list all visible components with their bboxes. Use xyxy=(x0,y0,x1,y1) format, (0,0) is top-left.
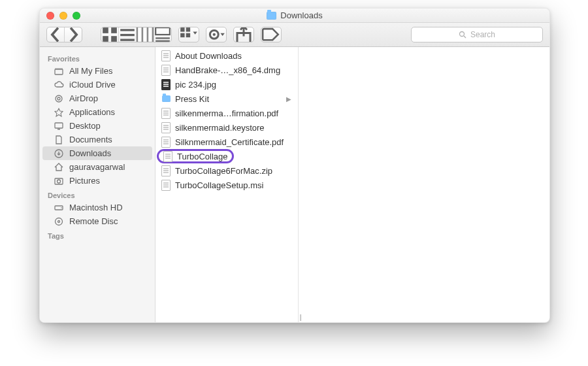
svg-rect-12 xyxy=(155,41,170,42)
sidebar-item-label: Desktop xyxy=(69,121,101,131)
file-row[interactable]: TurboCollage6ForMac.zip xyxy=(155,163,298,178)
svg-rect-11 xyxy=(155,37,170,39)
sidebar-item-label: All My Files xyxy=(69,66,112,76)
search-icon xyxy=(459,31,466,39)
sidebar-item-label: Macintosh HD xyxy=(69,203,123,212)
sidebar-item-macintosh-hd[interactable]: Macintosh HD xyxy=(42,201,152,214)
file-row[interactable]: silkenmermaid.keystore xyxy=(155,120,298,135)
pdf-icon xyxy=(161,108,171,118)
svg-point-32 xyxy=(61,207,62,208)
svg-point-25 xyxy=(57,97,60,100)
sidebar-item-label: iCloud Drive xyxy=(69,80,116,90)
application-icon xyxy=(163,151,173,161)
svg-point-18 xyxy=(213,33,216,36)
sidebar-item-icloud-drive[interactable]: iCloud Drive xyxy=(42,78,152,92)
svg-rect-3 xyxy=(111,36,117,42)
svg-rect-15 xyxy=(180,33,184,37)
action-menu[interactable] xyxy=(206,27,227,42)
column-resize-handle[interactable]: || xyxy=(299,313,301,321)
file-row[interactable]: Press Kit ▶ xyxy=(155,92,298,106)
view-icon-mode[interactable] xyxy=(101,27,118,42)
sidebar-item-all-my-files[interactable]: All My Files xyxy=(42,64,152,78)
sidebar-item-remote-disc[interactable]: Remote Disc xyxy=(42,214,152,228)
sidebar-item-documents[interactable]: Documents xyxy=(42,133,152,146)
applications-icon xyxy=(53,108,64,117)
view-coverflow-mode[interactable] xyxy=(154,27,171,42)
file-row[interactable]: TurboCollageSetup.msi xyxy=(155,178,298,192)
svg-rect-5 xyxy=(120,34,135,36)
sidebar-item-label: Pictures xyxy=(69,176,100,186)
sidebar-header-favorites: Favorites xyxy=(40,51,155,64)
sidebar-item-desktop[interactable]: Desktop xyxy=(42,119,152,133)
sidebar-header-tags: Tags xyxy=(40,228,155,241)
view-column-mode[interactable] xyxy=(136,27,154,42)
search-field[interactable]: Search xyxy=(411,27,543,42)
file-row[interactable]: pic 234.jpg xyxy=(155,77,298,92)
window-title-text: Downloads xyxy=(280,10,322,20)
file-label: pic 234.jpg xyxy=(175,80,216,90)
nav-back-forward xyxy=(46,27,82,42)
sidebar-item-label: AirDrop xyxy=(69,93,98,103)
close-button[interactable] xyxy=(46,12,54,20)
sidebar-item-label: Applications xyxy=(69,107,115,117)
downloads-icon xyxy=(53,149,64,158)
svg-rect-8 xyxy=(143,27,146,42)
share-icon xyxy=(234,27,253,42)
document-icon xyxy=(161,50,171,61)
fullscreen-button[interactable] xyxy=(73,12,80,20)
home-icon xyxy=(53,163,64,172)
view-mode-segment xyxy=(101,27,172,42)
tags-button[interactable] xyxy=(261,27,282,42)
minimize-button[interactable] xyxy=(59,12,67,20)
svg-point-20 xyxy=(459,32,464,37)
svg-line-21 xyxy=(464,36,466,38)
sidebar-item-pictures[interactable]: Pictures xyxy=(42,174,152,188)
svg-rect-4 xyxy=(120,29,135,31)
view-list-mode[interactable] xyxy=(118,27,136,42)
search-placeholder: Search xyxy=(470,30,495,39)
keystore-icon xyxy=(161,122,171,133)
sidebar-item-downloads[interactable]: Downloads xyxy=(42,146,152,160)
traffic-lights xyxy=(40,12,80,20)
icloud-drive-icon xyxy=(53,80,64,90)
file-row[interactable]: HandBrake-…_x86_64.dmg xyxy=(155,63,298,77)
titlebar: Downloads xyxy=(40,8,549,23)
file-label: silkenmerma…firmation.pdf xyxy=(175,108,278,118)
sidebar-header-devices: Devices xyxy=(40,188,155,201)
arrange-menu[interactable] xyxy=(178,27,199,42)
share-button[interactable] xyxy=(233,27,254,42)
svg-rect-26 xyxy=(55,123,63,128)
svg-rect-13 xyxy=(180,27,184,31)
svg-point-33 xyxy=(55,218,62,225)
back-button[interactable] xyxy=(47,27,64,42)
file-row[interactable]: silkenmerma…firmation.pdf xyxy=(155,106,298,120)
chevron-right-icon: ▶ xyxy=(286,95,291,103)
toolbar: Search xyxy=(40,23,549,47)
disk-image-icon xyxy=(161,65,171,75)
svg-rect-7 xyxy=(138,27,141,42)
file-label: About Downloads xyxy=(175,51,242,61)
tag-icon xyxy=(261,27,281,42)
airdrop-icon xyxy=(53,94,64,103)
sidebar-item-label: Documents xyxy=(69,135,112,144)
sidebar-item-label: Downloads xyxy=(69,148,111,158)
file-label: TurboCollage6ForMac.zip xyxy=(175,166,272,176)
sidebar-item-applications[interactable]: Applications xyxy=(42,105,152,119)
sidebar-item-label: gauravagarwal xyxy=(69,162,125,172)
svg-rect-9 xyxy=(148,27,152,42)
annotation-circle: TurboCollage xyxy=(157,149,234,163)
forward-button[interactable] xyxy=(64,27,82,42)
file-row[interactable]: Silknmermaid_Certificate.pdf xyxy=(155,135,298,149)
svg-rect-23 xyxy=(55,68,63,69)
file-label: Press Kit xyxy=(175,94,209,104)
preview-column xyxy=(299,47,549,322)
finder-body: Favorites All My Files iCloud Drive AirD… xyxy=(40,47,549,322)
sidebar-item-airdrop[interactable]: AirDrop xyxy=(42,92,152,105)
file-row[interactable]: About Downloads xyxy=(155,48,298,63)
svg-rect-22 xyxy=(55,69,63,75)
svg-rect-16 xyxy=(186,33,190,37)
file-row-turbocollage[interactable]: TurboCollage xyxy=(155,149,298,163)
sidebar-item-home[interactable]: gauravagarwal xyxy=(42,160,152,174)
folder-icon xyxy=(161,93,171,104)
svg-rect-6 xyxy=(120,39,135,41)
